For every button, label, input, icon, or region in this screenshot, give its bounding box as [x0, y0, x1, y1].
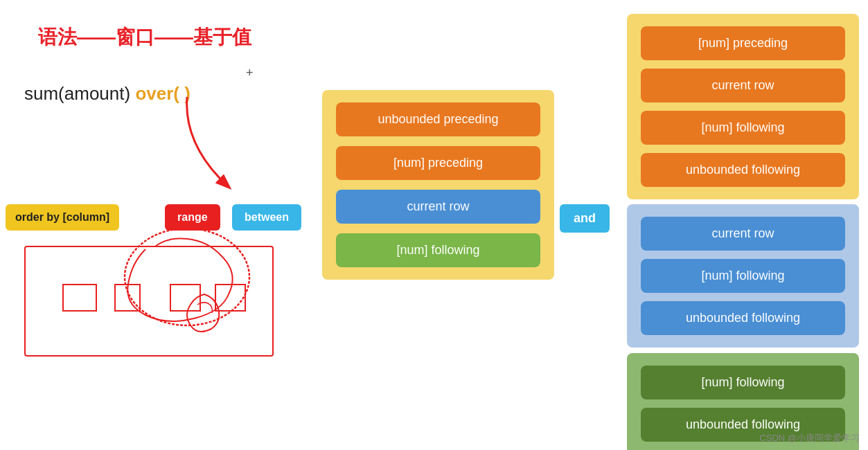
drawing-area — [24, 246, 291, 384]
left-opt-num-preceding[interactable]: [num] preceding — [336, 146, 540, 180]
and-button[interactable]: and — [560, 204, 610, 233]
right-mid-options-panel: current row [num] following unbounded fo… — [627, 204, 859, 348]
plus-sign: + — [246, 66, 254, 80]
right-mid-opt-current-row[interactable]: current row — [641, 217, 845, 251]
right-top-options-panel: [num] preceding current row [num] follow… — [627, 14, 859, 199]
page-title: 语法——窗口——基于值 — [38, 24, 251, 51]
arrow-icon — [145, 90, 256, 215]
left-options-panel: unbounded preceding [num] preceding curr… — [322, 90, 554, 280]
right-mid-opt-unbounded-following[interactable]: unbounded following — [641, 301, 845, 335]
inner-box-3 — [170, 284, 201, 312]
right-top-opt-current-row[interactable]: current row — [641, 69, 845, 102]
right-bot-opt-num-following[interactable]: [num] following — [641, 366, 845, 399]
right-mid-opt-num-following[interactable]: [num] following — [641, 259, 845, 293]
range-button[interactable]: range — [165, 204, 220, 231]
left-opt-unbounded-preceding[interactable]: unbounded preceding — [336, 102, 540, 136]
right-top-opt-num-preceding[interactable]: [num] preceding — [641, 26, 845, 60]
order-by-button[interactable]: order by [column] — [6, 204, 119, 231]
right-top-opt-num-following[interactable]: [num] following — [641, 111, 845, 145]
watermark: CSDN @小唐同学爱学习 — [759, 432, 860, 444]
left-opt-current-row[interactable]: current row — [336, 190, 540, 224]
inner-box-4 — [215, 284, 246, 312]
left-opt-num-following[interactable]: [num] following — [336, 233, 540, 267]
right-top-opt-unbounded-following[interactable]: unbounded following — [641, 153, 845, 187]
inner-box-2 — [114, 284, 141, 312]
inner-box-1 — [62, 284, 97, 312]
between-button[interactable]: between — [232, 204, 301, 231]
sum-text-static: sum(amount) — [24, 83, 135, 104]
